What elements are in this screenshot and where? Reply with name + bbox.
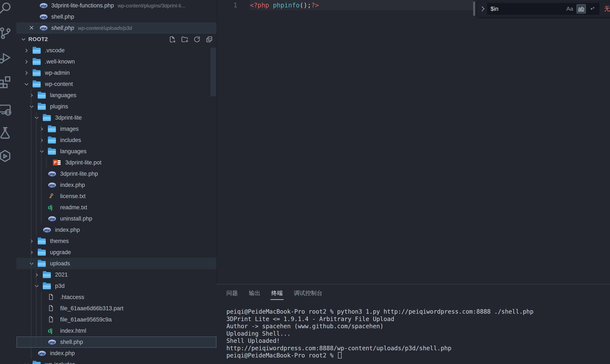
indent-guide xyxy=(36,337,36,348)
terminal-line: peiqi@PeideMacBook-Pro root2 % python3 1… xyxy=(226,308,606,315)
tree-item-uploads[interactable]: uploads xyxy=(16,258,217,269)
chevron-right-icon[interactable] xyxy=(29,238,35,244)
terminal-cursor xyxy=(338,352,342,359)
tree-item-index-html[interactable]: djindex.html xyxy=(16,325,217,337)
testing-icon[interactable] xyxy=(0,126,12,140)
tree-item-uninstall-php[interactable]: phpuninstall.php xyxy=(16,213,217,224)
open-editor-item[interactable]: phpshell.phpwp-content/uploads/p3d xyxy=(16,22,217,34)
tree-item-label: wp-content xyxy=(45,81,73,87)
code-token: ?> xyxy=(311,1,319,9)
regex-toggle[interactable]: ▪* xyxy=(588,4,597,13)
vscode-window: php3dprint-lite-functions.phpwp-content/… xyxy=(0,0,610,364)
open-editor-item[interactable]: phpshell.php xyxy=(16,11,217,22)
run-debug-icon[interactable] xyxy=(0,51,12,64)
tree-item-wp-content[interactable]: wp-content xyxy=(16,78,217,90)
tree-item-index-php[interactable]: phpindex.php xyxy=(16,348,217,359)
tree-item-shell-php[interactable]: phpshell.php xyxy=(16,337,217,348)
chevron-down-icon xyxy=(20,36,27,42)
collapse-all-button[interactable] xyxy=(205,36,213,43)
sidebar-scrollbar[interactable] xyxy=(211,48,216,96)
tree-item-wp-includes[interactable]: wp-includes xyxy=(16,359,217,364)
section-actions xyxy=(169,36,213,43)
tree-item--well-known[interactable]: .well-known xyxy=(16,56,217,67)
new-folder-button[interactable] xyxy=(181,36,189,43)
tree-item-label: languages xyxy=(60,148,87,155)
match-case-toggle[interactable]: Aa xyxy=(565,4,574,13)
panel-tabs: 问题输出终端调试控制台 xyxy=(226,285,322,301)
chevron-right-icon[interactable] xyxy=(39,126,45,132)
chevron-down-icon[interactable] xyxy=(29,261,35,266)
open-editor-item[interactable]: php3dprint-lite-functions.phpwp-content/… xyxy=(16,0,217,11)
indent-guide xyxy=(36,269,36,280)
indent-guide xyxy=(41,292,41,303)
terminal-output[interactable]: peiqi@PeideMacBook-Pro root2 % python3 1… xyxy=(226,308,606,359)
extensions-icon[interactable] xyxy=(0,75,12,89)
chevron-right-icon[interactable] xyxy=(39,138,45,143)
chevron-right-icon[interactable] xyxy=(24,70,30,76)
panel-tab-输出[interactable]: 输出 xyxy=(249,285,260,301)
refresh-button[interactable] xyxy=(193,36,201,43)
chevron-down-icon[interactable] xyxy=(24,81,30,87)
chevron-down-icon[interactable] xyxy=(39,149,45,154)
tree-item--htaccess[interactable]: .htaccess xyxy=(16,292,217,303)
indent-guide xyxy=(36,146,36,157)
tree-item-languages[interactable]: languages xyxy=(16,146,217,157)
chevron-down-icon[interactable] xyxy=(34,115,40,121)
terminal-line: http://peiqiwordpress.com:8888/wp-conten… xyxy=(226,345,606,352)
new-file-button[interactable] xyxy=(169,36,176,43)
tree-item-3dprint-lite-php[interactable]: php3dprint-lite.php xyxy=(16,168,217,180)
remote-explorer-icon[interactable] xyxy=(0,103,12,116)
explorer-section-header[interactable]: ROOT2 xyxy=(16,34,217,45)
chevron-right-icon[interactable] xyxy=(29,93,35,98)
tree-item-readme-txt[interactable]: djreadme.txt xyxy=(16,202,217,213)
tree-item-license-txt[interactable]: license.txt xyxy=(16,191,217,202)
panel-tab-调试控制台[interactable]: 调试控制台 xyxy=(294,285,322,301)
toggle-replace-icon[interactable] xyxy=(479,6,484,11)
whole-word-toggle[interactable]: ab xyxy=(577,4,586,13)
tree-item-languages[interactable]: languages xyxy=(16,90,217,101)
indent-guide xyxy=(31,303,31,314)
tree-item-file-61aae6d66b313-part[interactable]: file_61aae6d66b313.part xyxy=(16,303,217,314)
tree-item-upgrade[interactable]: upgrade xyxy=(16,247,217,258)
file-icon xyxy=(48,294,54,301)
find-widget-sash[interactable] xyxy=(473,2,475,16)
tree-item-wp-admin[interactable]: wp-admin xyxy=(16,67,217,78)
source-control-icon[interactable] xyxy=(0,26,12,40)
folder-icon xyxy=(33,59,41,65)
panel-tab-终端[interactable]: 终端 xyxy=(271,285,283,301)
tree-item--vscode[interactable]: .vscode xyxy=(16,45,217,56)
tree-item-index-php[interactable]: phpindex.php xyxy=(16,180,217,191)
indent-guide xyxy=(41,314,41,325)
tree-item-file-61aae95659c9a[interactable]: file_61aae95659c9a xyxy=(16,314,217,325)
chevron-right-icon[interactable] xyxy=(34,272,40,278)
indent-guide xyxy=(36,280,36,292)
tree-item-3dprint-lite-pot[interactable]: P3dprint-lite.pot xyxy=(16,157,217,168)
indent-guide xyxy=(41,325,41,337)
chevron-down-icon[interactable] xyxy=(29,104,35,109)
chevron-right-icon[interactable] xyxy=(24,59,30,65)
tree-item-label: 3dprint-lite xyxy=(55,115,82,121)
tree-item-p3d[interactable]: p3d xyxy=(16,280,217,292)
indent-guide xyxy=(46,157,47,168)
box-3d-icon[interactable] xyxy=(0,149,12,163)
find-input[interactable]: $in Aaab▪* xyxy=(487,3,599,15)
chevron-down-icon[interactable] xyxy=(24,362,30,364)
close-icon[interactable] xyxy=(29,25,34,31)
search-icon[interactable] xyxy=(0,2,12,15)
tree-item-plugins[interactable]: plugins xyxy=(16,101,217,112)
tree-item-3dprint-lite[interactable]: 3dprint-lite xyxy=(16,112,217,123)
editor-area[interactable]: 1 <?php phpinfo();?> $in Aaab▪* 无结果 xyxy=(217,0,610,284)
panel-tab-问题[interactable]: 问题 xyxy=(226,285,238,301)
terminal-line: Uploading Shell... xyxy=(226,330,606,338)
folder-icon xyxy=(33,70,41,76)
tree-item-index-php[interactable]: phpindex.php xyxy=(16,224,217,235)
terminal-line: peiqi@PeideMacBook-Pro root2 % xyxy=(226,352,606,359)
chevron-right-icon[interactable] xyxy=(24,48,30,53)
chevron-down-icon[interactable] xyxy=(34,283,40,289)
tree-item-includes[interactable]: includes xyxy=(16,135,217,146)
tree-item-themes[interactable]: themes xyxy=(16,235,217,247)
chevron-right-icon[interactable] xyxy=(29,250,35,255)
tree-item-label: wp-admin xyxy=(45,70,70,76)
tree-item-2021[interactable]: 2021 xyxy=(16,269,217,280)
tree-item-images[interactable]: images xyxy=(16,123,217,135)
